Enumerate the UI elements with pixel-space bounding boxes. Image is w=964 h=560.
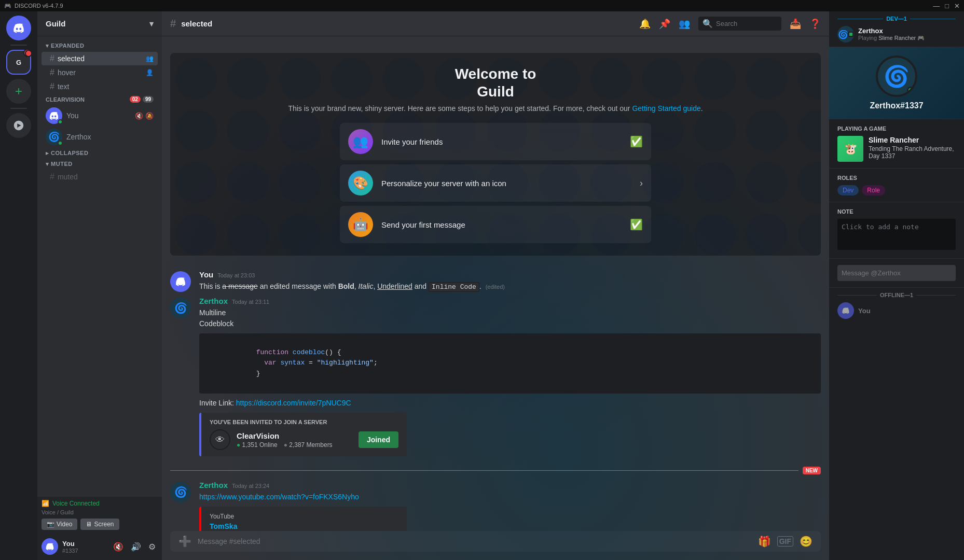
msg3-header: Zerthox Today at 23:24 xyxy=(199,481,821,489)
dev-section-label: DEV—1 xyxy=(886,16,907,22)
message-group-2: 🌀 Zerthox Today at 23:11 MultilineCodebl… xyxy=(162,295,829,463)
close-button[interactable]: ✕ xyxy=(954,2,960,10)
chat-channel-hash-icon: # xyxy=(170,18,176,30)
emoji-icon[interactable]: 😊 xyxy=(800,535,812,548)
help-icon[interactable]: ❓ xyxy=(809,18,821,30)
channel-selected[interactable]: # selected 👥 xyxy=(42,52,158,65)
channel-hash-icon: # xyxy=(50,54,54,63)
checklist-invite-icon: 👥 xyxy=(348,129,373,154)
online-zerthox-item[interactable]: 🌀 Zerthox Playing Slime Rancher 🎮 xyxy=(833,24,960,45)
self-deafen-button[interactable]: 🔊 xyxy=(129,541,143,553)
checklist-message-icon: 🤖 xyxy=(348,212,373,237)
invite-link[interactable]: https://discord.com/invite/7pNUC9C xyxy=(236,399,351,407)
checklist-invite-text: Invite your friends xyxy=(381,137,622,146)
section-clearvision: ClearVision 02 99 xyxy=(37,94,162,105)
add-server-button[interactable]: + xyxy=(6,79,31,104)
voice-sub: Voice / Guild xyxy=(42,509,158,515)
game-title: Slime Rancher xyxy=(869,136,956,144)
invite-server-stats: 1,351 Online 2,387 Members xyxy=(237,441,352,449)
msg3-author: Zerthox xyxy=(199,481,228,489)
server-icon-guild[interactable]: G 1 xyxy=(6,50,31,75)
screen-button[interactable]: 🖥 Screen xyxy=(80,519,119,530)
msg2-text: MultilineCodeblock xyxy=(199,307,821,329)
profile-status-dot xyxy=(907,87,914,94)
yt-source: YouTube xyxy=(210,513,398,520)
voice-buttons: 📷 Video 🖥 Screen xyxy=(42,519,158,530)
checklist-first-message[interactable]: 🤖 Send your first message ✅ xyxy=(340,206,651,243)
offline-section-label: OFFLINE—1 xyxy=(880,292,913,298)
msg2-content: Zerthox Today at 23:11 MultilineCodebloc… xyxy=(199,297,821,460)
offline-you-avatar xyxy=(837,302,854,319)
badge-99: 99 xyxy=(143,96,154,103)
minimize-button[interactable]: — xyxy=(933,2,940,10)
checklist-icon-setup[interactable]: 🎨 Personalize your server with an icon › xyxy=(340,164,651,202)
server-notification-badge: 1 xyxy=(23,49,32,57)
screen-icon: 🖥 xyxy=(86,521,92,528)
channel-hash-icon: # xyxy=(50,68,54,77)
online-count: 1,351 Online xyxy=(237,441,278,449)
member-zerthox[interactable]: 🌀 Zerthox xyxy=(42,127,158,147)
online-zerthox-avatar: 🌀 xyxy=(837,26,854,43)
offline-you-item[interactable]: You xyxy=(833,300,960,321)
titlebar-controls: — □ ✕ xyxy=(933,2,960,10)
channel-text[interactable]: # text xyxy=(42,80,158,93)
search-input[interactable] xyxy=(716,20,777,27)
self-settings-button[interactable]: ⚙ xyxy=(146,541,158,553)
server-list-divider xyxy=(10,45,27,46)
self-avatar xyxy=(42,538,58,555)
channel-members-icon: 👥 xyxy=(146,55,154,62)
badge-02: 02 xyxy=(130,96,141,103)
section-muted[interactable]: ▾ MUTED xyxy=(37,159,162,170)
section-collapsed[interactable]: ▸ COLLAPSED xyxy=(37,148,162,159)
profile-header: 🌀 Zerthox#1337 xyxy=(829,47,964,119)
gif-icon[interactable]: GIF xyxy=(777,536,793,547)
message-attach-icon[interactable]: ➕ xyxy=(178,535,191,548)
video-button[interactable]: 📷 Video xyxy=(42,519,77,530)
messages-area[interactable]: Welcome toGuild This is your brand new, … xyxy=(162,36,829,531)
message-input-right-icons: 🎁 GIF 😊 xyxy=(758,535,812,548)
server-icon-discord-home[interactable] xyxy=(6,16,31,40)
invite-server-name: ClearVision xyxy=(237,431,352,440)
notification-bell-icon[interactable]: 🔔 xyxy=(639,18,651,30)
maximize-button[interactable]: □ xyxy=(945,2,949,10)
member-zerthox-name: Zerthox xyxy=(66,133,154,141)
channel-muted[interactable]: # muted xyxy=(42,170,158,184)
profile-avatar: 🌀 xyxy=(876,55,917,97)
getting-started-link[interactable]: Getting Started guide xyxy=(632,104,700,113)
msg2-avatar: 🌀 xyxy=(170,298,191,318)
note-input[interactable] xyxy=(837,219,956,250)
member-you[interactable]: You 🔇 🔕 xyxy=(42,105,158,126)
search-bar[interactable]: 🔍 xyxy=(698,17,781,31)
joined-button[interactable]: Joined xyxy=(359,431,398,448)
channel-hover[interactable]: # hover 👤 xyxy=(42,66,158,79)
self-user-info: You #1337 xyxy=(62,540,107,554)
offline-you-name: You xyxy=(858,307,871,315)
message-input[interactable] xyxy=(198,531,752,552)
message-input-box: ➕ 🎁 GIF 😊 xyxy=(170,531,821,552)
yt-title[interactable]: TomSka xyxy=(210,522,398,530)
msg1-content: You Today at 23:03 This is a message an … xyxy=(199,270,821,292)
inbox-icon[interactable]: 📥 xyxy=(790,18,801,30)
welcome-title: Welcome toGuild xyxy=(183,65,808,100)
section-expanded[interactable]: ▾ EXPANDED xyxy=(37,40,162,51)
checklist-invite[interactable]: 👥 Invite your friends ✅ xyxy=(340,123,651,160)
online-zerthox-name: Zerthox xyxy=(858,27,925,35)
msg2-author: Zerthox xyxy=(199,297,228,305)
invite-embed: YOU'VE BEEN INVITED TO JOIN A SERVER 👁 C… xyxy=(199,413,407,456)
members-icon[interactable]: 👥 xyxy=(679,18,690,30)
server-icon-explore[interactable] xyxy=(6,113,31,138)
server-header[interactable]: Guild ▾ xyxy=(37,11,162,36)
youtube-embed: YouTube TomSka asdfmovie10 xyxy=(199,507,407,531)
profile-message-input[interactable] xyxy=(837,265,956,281)
message-group-1: You Today at 23:03 This is a message an … xyxy=(162,268,829,295)
self-mute-button[interactable]: 🔇 xyxy=(111,541,126,553)
server-guild-letter: G xyxy=(16,59,21,66)
pin-icon[interactable]: 📌 xyxy=(659,18,670,30)
msg2-header: Zerthox Today at 23:11 xyxy=(199,297,821,305)
gift-icon[interactable]: 🎁 xyxy=(758,535,771,548)
welcome-box: Welcome toGuild This is your brand new, … xyxy=(170,53,821,256)
game-card: 🐮 Slime Rancher Tending The Ranch Advent… xyxy=(837,136,956,162)
server-name: Guild xyxy=(46,19,65,28)
checklist-icon-arrow: › xyxy=(640,178,643,189)
youtube-link[interactable]: https://www.youtube.com/watch?v=foFKXS6N… xyxy=(199,493,359,501)
